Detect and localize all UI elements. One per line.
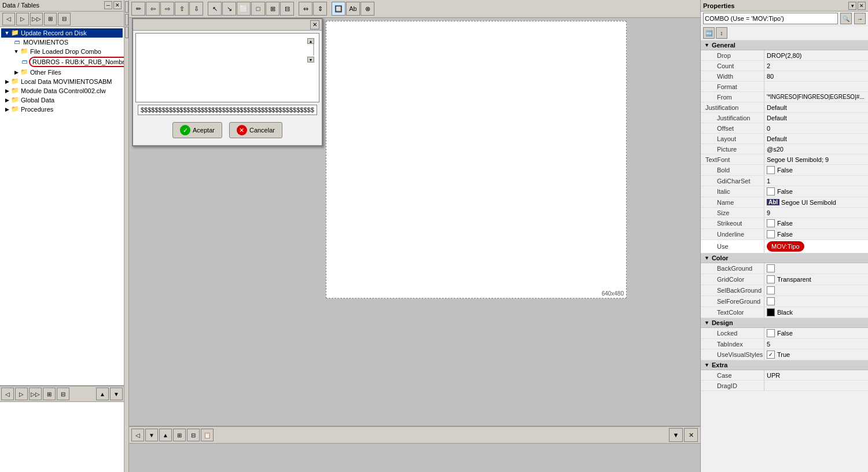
props-section-extra[interactable]: ▼ Extra [701,360,868,370]
mtb-btn-10[interactable]: ⊞ [266,2,279,16]
accept-button[interactable]: ✓ Aceptar [172,122,222,138]
val-size[interactable]: 9 [764,208,868,217]
val-width[interactable]: 80 [764,71,868,81]
props-combo-input[interactable] [703,13,838,24]
mtb-btn-2[interactable]: ⇦ [146,2,160,16]
props-section-general[interactable]: ▼ General [701,40,868,50]
tree-item-rubros[interactable]: 🗃 RUBROS - RUB:K_RUB_Nombre [1,56,123,68]
val-justification-sub[interactable]: Default [764,113,868,123]
val-picture[interactable]: @s20 [764,144,868,154]
val-background[interactable] [764,263,868,274]
gridcolor-checkbox[interactable] [767,275,775,283]
mtb-btn-14[interactable]: 🔲 [332,2,345,16]
tb-btn-1[interactable]: ◁ [2,13,15,25]
props-section-color[interactable]: ▼ Color [701,253,868,263]
mtb-btn-16[interactable]: ⊗ [361,2,374,16]
val-drop[interactable]: DROP(2,80) [764,50,868,60]
tb-btn-3[interactable]: ▷▷ [30,13,43,25]
val-gridcolor[interactable]: Transparent [764,274,868,285]
cbt-btn-6[interactable]: 📋 [201,429,214,441]
strikeout-checkbox[interactable] [767,219,775,227]
dialog-close-btn[interactable]: ✕ [310,20,319,30]
mtb-btn-1[interactable]: ✏ [131,2,145,16]
cbt-btn-5[interactable]: ⊟ [187,429,200,441]
val-offset[interactable]: 0 [764,123,868,133]
props-combo-nav[interactable]: → [854,13,866,24]
mtb-btn-9[interactable]: □ [251,2,265,16]
mtb-btn-7[interactable]: ↘ [222,2,236,16]
val-underline[interactable]: False [764,229,868,239]
tree-item-module-data[interactable]: ▶ 📁 Module Data GControl002.clw [1,86,123,95]
mtb-btn-12[interactable]: ⇔ [299,2,312,16]
tree-item-update-record[interactable]: ▼ 📁 Update Record on Disk [1,28,123,38]
props-combo-search[interactable]: 🔍 [840,13,852,24]
val-tabindex[interactable]: 5 [764,339,868,349]
val-use[interactable]: MOV:Tipo [764,240,868,253]
mtb-btn-3[interactable]: ⇨ [160,2,174,16]
cbt-close[interactable]: ✕ [684,428,698,442]
val-textfont[interactable]: Segoe UI Semibold; 9 [764,154,868,164]
val-dragid[interactable] [764,381,868,390]
lb-btn-down[interactable]: ▼ [110,388,123,400]
side-btn-1[interactable] [125,1,128,13]
tb-btn-4[interactable]: ⊞ [44,13,57,25]
bold-checkbox[interactable] [767,166,775,174]
lb-btn-4[interactable]: ⊞ [43,388,56,400]
mtb-btn-15[interactable]: Ab [346,2,360,16]
val-layout[interactable]: Default [764,134,868,143]
tree-item-local-data[interactable]: ▶ 📁 Local Data MOVIMIENTOSABM [1,77,123,86]
background-checkbox[interactable] [767,264,775,272]
selforeground-checkbox[interactable] [767,297,775,305]
combo-arrow-up[interactable]: ▲ [307,38,314,44]
val-selbackground[interactable] [764,285,868,296]
tree-item-other-files[interactable]: ▶ 📁 Other Files [1,68,123,77]
mtb-btn-6[interactable]: ↖ [208,2,222,16]
tree-item-file-loaded[interactable]: ▼ 📁 File Loaded Drop Combo [1,47,123,56]
usevisualstyles-checkbox[interactable] [767,351,775,359]
props-close-btn[interactable]: ✕ [858,2,866,10]
mtb-btn-5[interactable]: ⇩ [189,2,203,16]
val-strikeout[interactable]: False [764,218,868,228]
lb-btn-2[interactable]: ▷ [15,388,28,400]
val-name[interactable]: AblSegoe UI Semibold [764,197,868,207]
left-panel-minimize[interactable]: ─ [104,1,112,9]
val-gdicharset[interactable]: 1 [764,176,868,186]
cancel-button[interactable]: ✕ Cancelar [229,122,282,138]
selbackground-checkbox[interactable] [767,286,775,294]
tree-item-movimientos[interactable]: 🗃 MOVIMIENTOS [1,38,123,47]
mtb-btn-11[interactable]: ⊟ [280,2,294,16]
tb-btn-5[interactable]: ⊟ [58,13,71,25]
side-btn-2[interactable] [125,14,128,25]
mtb-btn-13[interactable]: ⇕ [313,2,327,16]
underline-checkbox[interactable] [767,230,775,238]
val-selforeground[interactable] [764,296,868,307]
tree-item-global-data[interactable]: ▶ 📁 Global Data [1,95,123,105]
val-count[interactable]: 2 [764,61,868,71]
left-panel-close[interactable]: ✕ [113,1,122,9]
combo-arrow-down[interactable]: ▼ [307,57,314,62]
tree-item-procedures[interactable]: ▶ 📁 Procedures [1,105,123,114]
lb-btn-5[interactable]: ⊟ [57,388,69,400]
lb-btn-3[interactable]: ▷▷ [29,388,42,400]
val-case[interactable]: UPR [764,370,868,380]
italic-checkbox[interactable] [767,187,775,196]
mtb-btn-4[interactable]: ⇧ [175,2,189,16]
val-from[interactable]: '*INGRESO|FINGRESO|EGRESO|#... [764,92,868,102]
mtb-btn-8[interactable]: ⬜ [237,2,251,16]
val-bold[interactable]: False [764,165,868,175]
props-section-design[interactable]: ▼ Design [701,318,868,328]
tb-btn-2[interactable]: ▷ [16,13,29,25]
text-field[interactable]: $$$$$$$$$$$$$$$$$$$$$$$$$$$$$$$$$$$$$$$$… [138,105,317,115]
cbt-btn-4[interactable]: ⊞ [173,429,186,441]
cbt-btn-scroll-left[interactable]: ◁ [131,429,144,441]
props-sort-alpha[interactable]: 🔤 [703,27,715,39]
val-format[interactable] [764,82,868,91]
cbt-collapse[interactable]: ▼ [669,428,683,442]
val-textcolor[interactable]: Black [764,307,868,318]
side-btn-3[interactable] [125,27,128,38]
lb-btn-up[interactable]: ▲ [96,388,109,400]
cbt-btn-down[interactable]: ▼ [145,429,158,441]
cbt-btn-up[interactable]: ▲ [159,429,172,441]
props-arrow-btn[interactable]: ▾ [848,2,856,10]
locked-checkbox[interactable] [767,329,775,337]
